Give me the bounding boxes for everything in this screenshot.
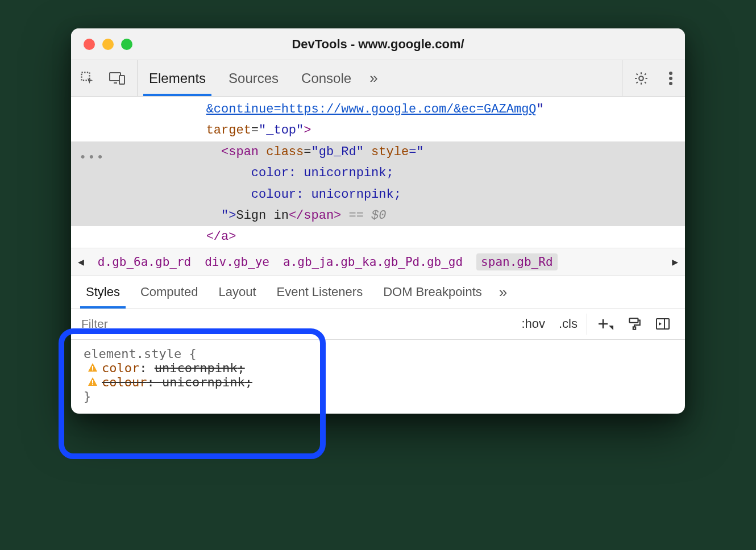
tab-computed[interactable]: Computed (130, 276, 209, 309)
kebab-menu-icon[interactable] (662, 70, 679, 87)
styles-toolbar: :hov .cls (71, 309, 685, 340)
svg-rect-17 (92, 384, 93, 385)
tab-dom-breakpoints[interactable]: DOM Breakpoints (373, 276, 492, 309)
svg-point-6 (669, 77, 672, 80)
panel-tabs: Elements Sources Console » (138, 60, 622, 96)
toolbar-right-group (622, 60, 679, 96)
dom-line[interactable]: </a> (71, 226, 685, 247)
separator (587, 314, 587, 335)
window-title: DevTools - www.google.com/ (71, 37, 685, 52)
device-toggle-icon[interactable] (109, 70, 126, 87)
tab-label: Elements (149, 70, 206, 86)
breadcrumb-scroll-right-icon[interactable]: ▶ (672, 256, 678, 268)
elements-dom-tree[interactable]: &continue=https://www.google.com/&ec=GAZ… (71, 97, 685, 248)
dom-line[interactable]: &continue=https://www.google.com/&ec=GAZ… (71, 99, 685, 120)
css-declaration[interactable]: colour: unicornpink; (84, 375, 672, 389)
toolbar-left-group (79, 60, 138, 96)
url-text: &continue=https://www.google.com/&ec=GAZ… (206, 102, 537, 116)
breadcrumb-item[interactable]: a.gb_ja.gb_ka.gb_Pd.gb_gd (283, 255, 463, 269)
tab-layout[interactable]: Layout (208, 276, 266, 309)
tab-styles[interactable]: Styles (76, 276, 130, 309)
tab-console[interactable]: Console (290, 60, 363, 96)
svg-rect-3 (119, 76, 124, 84)
tab-elements[interactable]: Elements (138, 60, 217, 96)
dom-line[interactable]: target="_top"> (71, 120, 685, 141)
css-declaration[interactable]: color: unicornpink; (84, 361, 672, 375)
hov-toggle[interactable]: :hov (514, 309, 552, 339)
styles-pane-tabs: Styles Computed Layout Event Listeners D… (71, 276, 685, 309)
breadcrumb-scroll-left-icon[interactable]: ◀ (78, 256, 84, 268)
svg-rect-15 (92, 369, 93, 370)
traffic-lights (71, 39, 132, 50)
expand-ellipsis-icon[interactable]: ••• (79, 147, 105, 168)
inspect-element-icon[interactable] (79, 70, 96, 87)
tab-event-listeners[interactable]: Event Listeners (267, 276, 373, 309)
tabs-overflow-icon[interactable]: » (363, 60, 384, 96)
breadcrumb-item[interactable]: d.gb_6a.gb_rd (98, 255, 191, 269)
tab-label: Console (301, 70, 351, 86)
tab-label: Sources (229, 70, 279, 86)
breadcrumb-item-selected[interactable]: span.gb_Rd (476, 253, 557, 270)
svg-rect-12 (657, 319, 669, 329)
devtools-window: DevTools - www.google.com/ Elements Sour… (71, 28, 685, 414)
tab-sources[interactable]: Sources (217, 60, 290, 96)
titlebar: DevTools - www.google.com/ (71, 28, 685, 60)
paint-format-icon[interactable] (620, 309, 649, 339)
svg-point-4 (639, 76, 643, 81)
breadcrumb-item[interactable]: div.gb_ye (205, 255, 269, 269)
svg-rect-16 (92, 380, 93, 383)
svg-point-7 (669, 82, 672, 85)
selected-dom-node[interactable]: ••• <span class="gb_Rd" style=" color: u… (71, 141, 685, 227)
styles-filter-input[interactable] (79, 316, 164, 332)
dom-breadcrumb: ◀ d.gb_6a.gb_rd div.gb_ye a.gb_ja.gb_ka.… (71, 248, 685, 276)
svg-rect-14 (92, 366, 93, 369)
new-style-rule-icon[interactable] (589, 309, 620, 339)
toggle-sidebar-icon[interactable] (649, 309, 677, 339)
svg-rect-11 (633, 327, 635, 330)
svg-rect-10 (629, 318, 638, 323)
warning-icon (87, 376, 98, 388)
rule-close-brace: } (84, 389, 672, 403)
rule-selector-line[interactable]: element.style { (84, 347, 672, 361)
secondary-tabs-overflow-icon[interactable]: » (492, 276, 514, 309)
warning-icon (87, 362, 98, 373)
cls-toggle[interactable]: .cls (552, 309, 584, 339)
minimize-window-button[interactable] (102, 39, 114, 50)
gear-icon[interactable] (633, 70, 650, 87)
close-window-button[interactable] (84, 39, 95, 50)
styles-rules-panel[interactable]: element.style { color: unicornpink; colo… (71, 340, 685, 414)
main-toolbar: Elements Sources Console » (71, 60, 685, 97)
svg-point-5 (669, 72, 672, 75)
zoom-window-button[interactable] (121, 39, 132, 50)
